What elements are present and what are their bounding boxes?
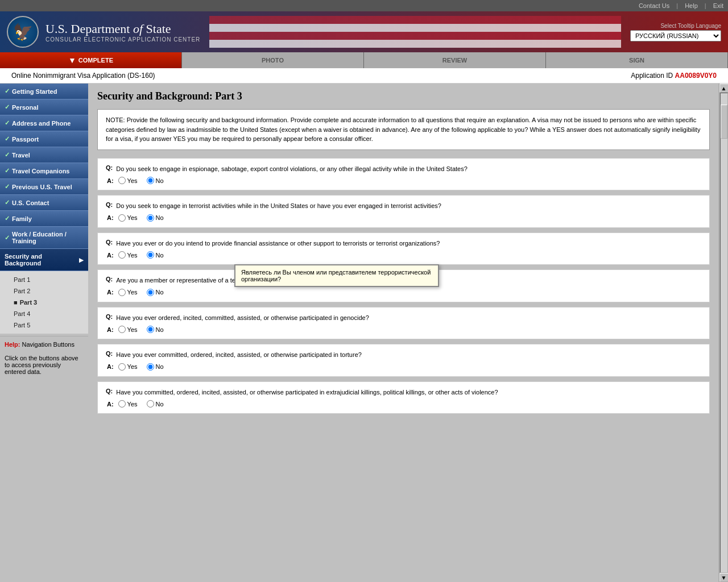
q2-no-radio[interactable] <box>147 214 154 222</box>
a3-label: A: <box>107 252 114 259</box>
q4-yes-radio[interactable] <box>118 289 126 296</box>
q6-yes-radio[interactable] <box>118 363 126 371</box>
q6-yes-option[interactable]: Yes <box>118 363 138 371</box>
q7-yes-radio[interactable] <box>118 400 126 408</box>
scrollbar[interactable]: ▲ ▼ <box>719 84 728 582</box>
q4-label: Q: <box>106 276 113 285</box>
top-nav: Contact Us | Help | Exit <box>0 0 728 11</box>
scroll-up-button[interactable]: ▲ <box>719 84 729 93</box>
help-box: Help: Navigation Buttons Click on the bu… <box>0 336 88 380</box>
sidebar-item-work-education[interactable]: ✓ Work / Education / Training <box>0 227 88 249</box>
q3-yes-option[interactable]: Yes <box>118 251 138 259</box>
header: 🦅 U.S. Department of State CONSULAR ELEC… <box>0 11 728 52</box>
a5-label: A: <box>107 326 114 333</box>
q5-yes-radio[interactable] <box>118 326 126 333</box>
expand-arrow-icon: ▶ <box>79 257 84 263</box>
q4-yes-option[interactable]: Yes <box>118 289 138 296</box>
sidebar-item-personal[interactable]: ✓ Personal <box>0 99 88 115</box>
language-selector-area: Select Tooltip Language РУССКИЙ (RUSSIAN… <box>630 23 721 41</box>
q5-no-radio[interactable] <box>147 326 154 333</box>
progress-bar: ▼ COMPLETE PHOTO REVIEW SIGN <box>0 52 728 68</box>
q7-no-option[interactable]: No <box>147 400 164 408</box>
q2-no-option[interactable]: No <box>147 214 164 222</box>
q7-yes-option[interactable]: Yes <box>118 400 138 408</box>
q1-yes-option[interactable]: Yes <box>118 177 138 184</box>
q1-label: Q: <box>106 164 113 174</box>
progress-sign[interactable]: SIGN <box>546 52 728 68</box>
sidebar-item-travel-companions[interactable]: ✓ Travel Companions <box>0 163 88 179</box>
page-title: Security and Background: Part 3 <box>97 90 710 102</box>
q2-label: Q: <box>106 201 113 211</box>
a2-label: A: <box>107 214 114 221</box>
q4-no-radio[interactable] <box>147 289 154 296</box>
q6-no-radio[interactable] <box>147 363 154 371</box>
check-icon: ✓ <box>5 151 10 159</box>
sidebar-item-getting-started[interactable]: ✓ Getting Started <box>0 84 88 99</box>
q3-yes-radio[interactable] <box>118 251 126 259</box>
sidebar: ✓ Getting Started ✓ Personal ✓ Address a… <box>0 84 88 582</box>
question-block-3: Q: Have you ever or do you intend to pro… <box>97 232 710 265</box>
header-title: U.S. Department of State CONSULAR ELECTR… <box>46 22 200 43</box>
q3-no-option[interactable]: No <box>147 251 164 259</box>
q1-no-radio[interactable] <box>147 177 154 184</box>
sidebar-sub-part3[interactable]: ■ Part 3 <box>9 297 88 308</box>
scroll-down-button[interactable]: ▼ <box>719 573 729 582</box>
a1-label: A: <box>107 177 114 184</box>
q1-text: Do you seek to engage in espionage, sabo… <box>116 164 701 174</box>
department-name: U.S. Department of State <box>46 22 200 36</box>
q3-label: Q: <box>106 239 113 248</box>
q2-yes-option[interactable]: Yes <box>118 214 138 222</box>
sidebar-item-address-phone[interactable]: ✓ Address and Phone <box>0 115 88 131</box>
language-select[interactable]: РУССКИЙ (RUSSIAN) <box>630 30 721 41</box>
q3-no-radio[interactable] <box>147 251 154 259</box>
check-icon: ✓ <box>5 103 10 111</box>
q2-yes-radio[interactable] <box>118 214 126 222</box>
q5-label: Q: <box>106 313 113 323</box>
check-icon: ✓ <box>5 88 10 95</box>
sidebar-item-travel[interactable]: ✓ Travel <box>0 147 88 163</box>
sidebar-sub-part4[interactable]: Part 4 <box>9 308 88 319</box>
progress-photo[interactable]: PHOTO <box>182 52 364 68</box>
a7-label: A: <box>107 401 114 408</box>
sidebar-sub-part5[interactable]: Part 5 <box>9 319 88 331</box>
tooltip-box: Являетесь ли Вы членом или представителе… <box>234 264 439 287</box>
a4-label: A: <box>107 289 114 296</box>
question-block-5: Q: Have you ever ordered, incited, commi… <box>97 307 710 340</box>
sidebar-item-previous-us-travel[interactable]: ✓ Previous U.S. Travel <box>0 179 88 195</box>
q5-no-option[interactable]: No <box>147 326 164 333</box>
q4-no-option[interactable]: No <box>147 289 164 296</box>
sidebar-item-family[interactable]: ✓ Family <box>0 211 88 227</box>
sidebar-item-passport[interactable]: ✓ Passport <box>0 131 88 147</box>
scroll-track[interactable] <box>720 93 728 573</box>
check-icon: ✓ <box>5 135 10 143</box>
q2-text: Do you seek to engage in terrorist activ… <box>116 201 701 211</box>
flag-decoration <box>209 16 621 48</box>
sidebar-subnav: Part 1 Part 2 ■ Part 3 Part 4 Part 5 <box>0 271 88 334</box>
q5-yes-option[interactable]: Yes <box>118 326 138 333</box>
q3-text: Have you ever or do you intend to provid… <box>116 239 701 248</box>
exit-link[interactable]: Exit <box>713 2 723 9</box>
note-text: NOTE: Provide the following security and… <box>106 117 700 142</box>
question-block-1: Q: Do you seek to engage in espionage, s… <box>97 158 710 191</box>
check-icon: ✓ <box>5 199 10 206</box>
contact-us-link[interactable]: Contact Us <box>639 2 669 9</box>
sidebar-item-us-contact[interactable]: ✓ U.S. Contact <box>0 195 88 211</box>
sidebar-sub-part2[interactable]: Part 2 <box>9 285 88 297</box>
q1-no-option[interactable]: No <box>147 177 164 184</box>
q7-no-radio[interactable] <box>147 400 154 408</box>
scroll-thumb[interactable] <box>721 105 727 139</box>
progress-review[interactable]: REVIEW <box>364 52 546 68</box>
sidebar-sub-part1[interactable]: Part 1 <box>9 274 88 285</box>
q6-label: Q: <box>106 350 113 360</box>
a6-label: A: <box>107 363 114 370</box>
check-icon: ✓ <box>5 215 10 222</box>
sidebar-item-security-background[interactable]: Security and Background ▶ <box>0 249 88 271</box>
content-area: Security and Background: Part 3 NOTE: Pr… <box>88 84 719 582</box>
form-title: Online Nonimmigrant Visa Application (DS… <box>11 72 155 80</box>
q1-yes-radio[interactable] <box>118 177 126 184</box>
progress-complete[interactable]: ▼ COMPLETE <box>0 52 182 68</box>
question-block-4: Q: Are you a member or representative of… <box>97 269 710 302</box>
help-link[interactable]: Help <box>685 2 698 9</box>
q6-no-option[interactable]: No <box>147 363 164 371</box>
note-box: NOTE: Provide the following security and… <box>97 109 710 150</box>
